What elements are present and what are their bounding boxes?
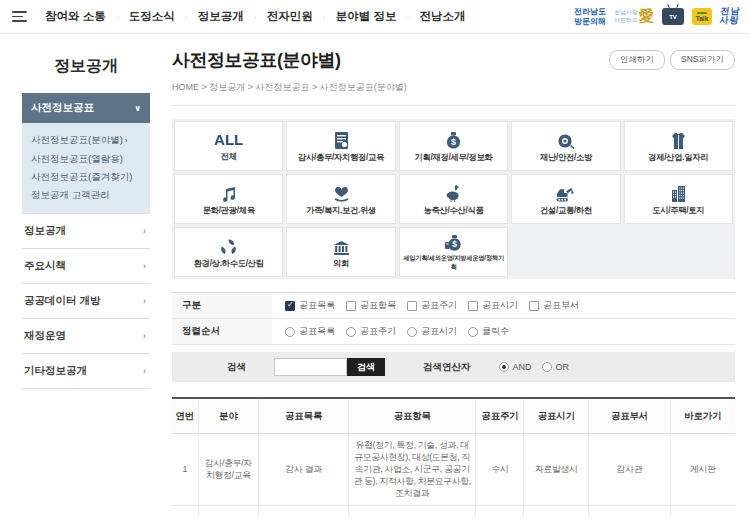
sort-label: 정렬순서 xyxy=(172,319,272,344)
sidebar-item-finance[interactable]: 재정운영› xyxy=(22,318,150,353)
checkbox-icon[interactable] xyxy=(529,301,539,311)
cell-link[interactable]: 게시판 xyxy=(670,433,735,505)
checkbox-label: 공표부서 xyxy=(543,299,579,312)
nav-civil[interactable]: 전자민원 xyxy=(267,9,313,24)
category-environment-forest[interactable]: 환경/상.하수도/산림 xyxy=(174,227,283,277)
sidebar-item-customer[interactable]: 정보공개 고객관리 xyxy=(31,186,141,204)
checkbox-dept[interactable]: 공표부서 xyxy=(529,299,579,312)
nav-separator: · xyxy=(323,12,326,22)
radio-label: 공표목록 xyxy=(299,325,335,338)
visit-jeonnam-logo[interactable]: 전라남도 방문의해 xyxy=(574,7,606,25)
category-all[interactable]: ALL 전체 xyxy=(174,121,283,171)
checkbox-cycle[interactable]: 공표주기 xyxy=(407,299,457,312)
chevron-right-icon: › xyxy=(143,366,146,376)
supporters-text: 전남사랑 서포터즈 xyxy=(614,9,638,23)
radio-icon[interactable] xyxy=(407,327,417,337)
money-bag-icon: $ xyxy=(445,130,462,149)
menu-icon[interactable] xyxy=(12,11,27,22)
category-construction-transport[interactable]: 건설/교통/하천 xyxy=(511,174,620,224)
table-row[interactable]: 1 감사/총무/자치행정/교육 감사 결과 유형(정기, 특정, 기술, 성과,… xyxy=(172,433,735,505)
category-label: 재난/안전/소방 xyxy=(540,152,592,163)
search-button[interactable]: 검색 xyxy=(347,358,385,376)
radio-label: 클릭수 xyxy=(482,325,509,338)
breadcrumb[interactable]: HOME > 정보공개 > 사전정보공표 > 사전정보공표(분야별) xyxy=(172,81,735,94)
checkbox-list[interactable]: 공표목록 xyxy=(285,299,335,312)
category-culture-tourism[interactable]: 문화/관광/체육 xyxy=(174,174,283,224)
sidebar-item-policies[interactable]: 주요시책› xyxy=(22,248,150,283)
heart-care-icon xyxy=(333,183,350,202)
all-text: ALL xyxy=(214,131,243,148)
radio-icon[interactable] xyxy=(468,327,478,337)
col-items: 공표항목 xyxy=(349,398,476,433)
category-economy-jobs[interactable]: 경제/산업.일자리 xyxy=(624,121,733,171)
cell-items: 유형(정기, 특정, 기술, 성과, 대규모공사현장), 대상(도본청, 직속기… xyxy=(349,433,476,505)
sidebar-item-disclosure[interactable]: 정보공개› xyxy=(22,213,150,248)
jeonnam-tv-icon[interactable]: TV xyxy=(662,8,684,25)
nav-intro[interactable]: 전남소개 xyxy=(419,9,465,24)
radio-and[interactable]: AND xyxy=(499,362,532,372)
search-input[interactable] xyxy=(274,358,347,376)
category-label: 경제/산업.일자리 xyxy=(648,152,708,163)
sns-share-button[interactable]: SNS퍼가기 xyxy=(670,50,735,70)
print-button[interactable]: 인쇄하기 xyxy=(609,50,665,70)
sidebar-item-by-field[interactable]: 사전정보공표(분야별)› xyxy=(31,131,141,150)
nav-by-field[interactable]: 분야별 정보 xyxy=(336,9,397,24)
nav-separator: · xyxy=(185,12,188,22)
checkbox-icon[interactable] xyxy=(285,301,295,311)
category-audit-admin[interactable]: 감사/총무/자치행정/교육 xyxy=(286,121,395,171)
checkbox-icon[interactable] xyxy=(468,301,478,311)
category-disaster-safety[interactable]: 재난/안전/소방 xyxy=(511,121,620,171)
checkbox-icon[interactable] xyxy=(407,301,417,311)
category-city-housing[interactable]: 도시/주택/토지 xyxy=(624,174,733,224)
nav-news[interactable]: 도정소식 xyxy=(129,9,175,24)
radio-sort-list[interactable]: 공표목록 xyxy=(285,325,335,338)
checkbox-label: 공표시기 xyxy=(482,299,518,312)
sidebar-item-favorites[interactable]: 사전정보공표(즐겨찾기) xyxy=(31,168,141,186)
radio-icon[interactable] xyxy=(499,362,509,372)
main-content: 사전정보공표(분야별) 인쇄하기 SNS퍼가기 HOME > 정보공개 > 사전… xyxy=(152,34,750,528)
sidebar-item-etc[interactable]: 기타정보공개› xyxy=(22,353,150,389)
supporters-logo[interactable]: 전남사랑 서포터즈 愛 xyxy=(614,7,654,26)
category-agriculture-fishery[interactable]: 농축산/수산/식품 xyxy=(399,174,508,224)
rooster-icon xyxy=(446,183,461,202)
chevron-right-icon: › xyxy=(143,261,146,271)
radio-icon[interactable] xyxy=(346,327,356,337)
radio-icon[interactable] xyxy=(542,362,552,372)
category-assembly[interactable]: 의회 xyxy=(286,227,395,277)
sidebar-item-browse[interactable]: 사전정보공표(열람용) xyxy=(31,150,141,168)
music-note-icon xyxy=(221,183,237,202)
sidebar-item-label: 공공데이터 개방 xyxy=(24,294,100,308)
calligraphy-logo[interactable]: 전남 사랑 xyxy=(719,7,741,26)
sidebar-group-advance-disclosure[interactable]: 사전정보공표 ∨ xyxy=(22,93,150,123)
sidebar-title: 정보공개 xyxy=(22,56,150,77)
col-dept: 공표부서 xyxy=(589,398,670,433)
radio-label: 공표시기 xyxy=(421,325,457,338)
col-timing: 공표시기 xyxy=(524,398,589,433)
radio-sort-timing[interactable]: 공표시기 xyxy=(407,325,457,338)
category-label: 문화/관광/체육 xyxy=(203,205,255,216)
col-link: 바로가기 xyxy=(670,398,735,433)
checkbox-icon[interactable] xyxy=(346,301,356,311)
radio-sort-cycle[interactable]: 공표주기 xyxy=(346,325,396,338)
chevron-right-icon: › xyxy=(143,296,146,306)
nav-disclosure[interactable]: 정보공개 xyxy=(198,9,244,24)
svg-text:$: $ xyxy=(452,239,457,249)
checkbox-items[interactable]: 공표항목 xyxy=(346,299,396,312)
nav-participation[interactable]: 참여와 소통 xyxy=(45,9,106,24)
category-planning-finance[interactable]: $ 기획/재정/세무/정보화 xyxy=(399,121,508,171)
category-label: 감사/총무/자치행정/교육 xyxy=(298,152,384,163)
radio-sort-clicks[interactable]: 클릭수 xyxy=(468,325,509,338)
sidebar-item-open-data[interactable]: 공공데이터 개방› xyxy=(22,283,150,318)
operator-label: 검색연산자 xyxy=(423,361,471,374)
radio-or[interactable]: OR xyxy=(542,362,570,372)
siren-icon xyxy=(557,130,575,149)
jeonnam-talk-icon[interactable]: Talk xyxy=(692,8,712,25)
col-no: 연번 xyxy=(172,398,198,433)
category-tax-budget[interactable]: $ 세입기획/세외운영/지방세운영/정책기획 xyxy=(399,227,508,277)
category-family-welfare[interactable]: 가족/복지.보건.위생 xyxy=(286,174,395,224)
excavator-icon xyxy=(556,183,575,202)
work-vest-icon xyxy=(671,130,686,149)
checkbox-timing[interactable]: 공표시기 xyxy=(468,299,518,312)
table-header-row: 연번 분야 공표목록 공표항목 공표주기 공표시기 공표부서 바로가기 xyxy=(172,398,735,433)
radio-icon[interactable] xyxy=(285,327,295,337)
